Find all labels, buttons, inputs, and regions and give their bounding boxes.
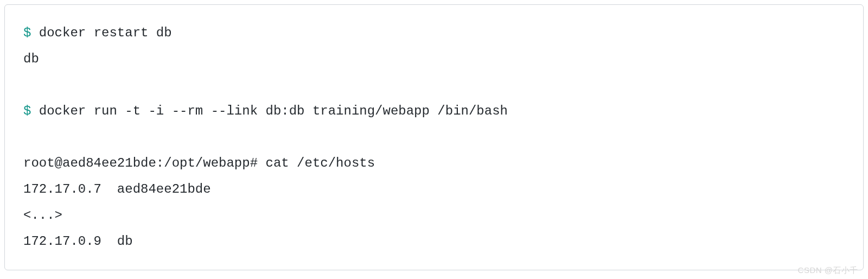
watermark-text: CSDN @石小千 (798, 265, 858, 276)
output-line: root@aed84ee21bde:/opt/webapp# cat /etc/… (23, 156, 375, 170)
code-block: $ docker restart db db $ docker run -t -… (4, 4, 864, 270)
command-text: docker restart db (31, 26, 171, 40)
command-text: docker run -t -i --rm --link db:db train… (31, 104, 508, 118)
output-line: db (23, 52, 39, 66)
shell-prompt: $ (23, 104, 31, 118)
output-line: <...> (23, 208, 62, 223)
shell-prompt: $ (23, 26, 31, 40)
output-line: 172.17.0.9 db (23, 234, 133, 249)
output-line: 172.17.0.7 aed84ee21bde (23, 182, 211, 196)
